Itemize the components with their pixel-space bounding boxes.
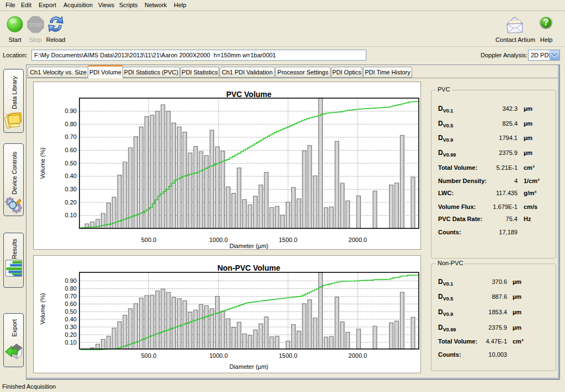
svg-text:1000.0: 1000.0 <box>209 237 228 243</box>
svg-text:0.80: 0.80 <box>65 121 77 127</box>
svg-text:0.50: 0.50 <box>65 160 77 167</box>
svg-text:0.50: 0.50 <box>65 308 77 315</box>
svg-text:0.30: 0.30 <box>65 324 77 330</box>
svg-text:0.10: 0.10 <box>65 339 77 346</box>
svg-text:2000.0: 2000.0 <box>349 352 367 359</box>
svg-text:STOP: STOP <box>29 22 42 28</box>
svg-text:0.90: 0.90 <box>65 108 77 114</box>
svg-text:0.60: 0.60 <box>65 300 77 307</box>
svg-text:1500.0: 1500.0 <box>279 352 297 359</box>
svg-text:2000.0: 2000.0 <box>349 237 367 243</box>
svg-text:0.60: 0.60 <box>65 147 77 153</box>
svg-text:0.30: 0.30 <box>65 186 77 192</box>
svg-text:Diameter (µm): Diameter (µm) <box>230 243 269 249</box>
svg-text:1000.0: 1000.0 <box>209 352 228 359</box>
svg-text:0.70: 0.70 <box>65 133 77 140</box>
svg-text:500.0: 500.0 <box>141 352 157 359</box>
svg-text:0.20: 0.20 <box>65 199 77 206</box>
svg-text:PVC Volume: PVC Volume <box>226 90 271 99</box>
svg-text:0.80: 0.80 <box>65 285 77 292</box>
svg-text:0.40: 0.40 <box>65 316 77 323</box>
svg-text:0.10: 0.10 <box>65 212 77 218</box>
svg-text:0.20: 0.20 <box>65 331 77 338</box>
svg-text:Non-PVC Volume: Non-PVC Volume <box>217 264 280 272</box>
svg-text:500.0: 500.0 <box>141 237 157 243</box>
svg-text:Diameter (µm): Diameter (µm) <box>230 363 269 370</box>
svg-text:0.40: 0.40 <box>65 173 77 179</box>
svg-text:?: ? <box>543 18 549 27</box>
svg-text:1500.0: 1500.0 <box>279 237 297 243</box>
svg-text:0.90: 0.90 <box>65 277 77 284</box>
svg-text:Volume (%): Volume (%) <box>39 148 46 179</box>
svg-text:0.70: 0.70 <box>65 293 77 299</box>
svg-text:Volume (%): Volume (%) <box>39 293 46 325</box>
